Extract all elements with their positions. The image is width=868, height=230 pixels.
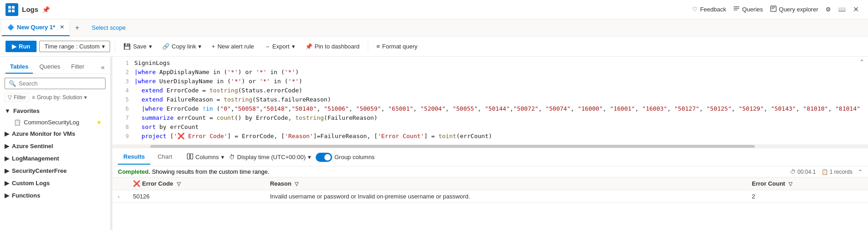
sidebar-tab-tables[interactable]: Tables [5,60,33,74]
error-count-filter-icon[interactable]: ▽ [789,181,792,187]
line-number-5: 5 [118,96,129,103]
row-reason: Invalid username or password or Invalid … [265,190,746,203]
log-management-header[interactable]: ▶ LogManagement [5,152,106,165]
error-code-filter-icon[interactable]: ▽ [177,181,180,187]
docs-button[interactable]: 📖 [838,6,846,13]
results-tab-options: Columns ▾ ⏱ Display time (UTC+00:00) ▾ G… [187,153,375,162]
query-explorer-button[interactable]: Query explorer [770,5,818,13]
time-range-button[interactable]: Time range : Custom ▾ [39,41,110,52]
sidebar-filter-row: ▽ Filter ≡ Group by: Solution ▾ [0,93,110,105]
svg-rect-2 [8,10,11,12]
toggle-switch[interactable] [316,153,332,162]
expand-col-header [112,177,127,190]
svg-rect-6 [734,10,737,11]
tab-close-icon[interactable]: ✕ [60,24,64,30]
group-icon: ≡ [32,94,35,101]
results-tab-chart[interactable]: Chart [152,150,178,165]
line-content-5: extend FailureReason = tostring(Status.f… [134,96,331,103]
display-time-option[interactable]: ⏱ Display time (UTC+00:00) ▾ [229,154,311,160]
sidebar-item-commonsecuritylog[interactable]: 📋 CommonSecurityLog ★ [5,117,106,128]
expand-results-icon[interactable]: ⌃ [858,169,863,175]
svg-rect-3 [12,10,15,12]
close-window-icon[interactable]: ✕ [853,5,859,14]
section-azure-sentinel: ▶ Azure Sentinel [0,140,110,152]
group-by-button[interactable]: ≡ Group by: Solution ▾ [32,94,87,101]
row-expand-cell[interactable]: › [112,190,127,203]
results-tab-results[interactable]: Results [118,150,150,165]
display-time-chevron-icon: ▾ [308,154,311,160]
clock-icon: ⏱ [229,154,235,160]
code-line-1: 1 SigninLogs [112,59,868,69]
reason-filter-icon[interactable]: ▽ [295,181,298,187]
search-icon: 🔍 [9,80,16,87]
custom-logs-header[interactable]: ▶ Custom Logs [5,177,106,189]
tab-new-query-1[interactable]: 🔷 New Query 1* ✕ [2,20,70,36]
select-scope-button[interactable]: Select scope [92,24,126,31]
new-alert-button[interactable]: + New alert rule [208,41,258,52]
azure-sentinel-header[interactable]: ▶ Azure Sentinel [5,140,106,152]
run-button[interactable]: ▶ Run [5,41,37,52]
results-status-bar: Completed. Showing results from the cust… [112,166,868,177]
toggle-thumb [324,154,331,160]
security-center-header[interactable]: ▶ SecurityCenterFree [5,165,106,177]
alert-icon: + [212,43,215,50]
section-functions: ▶ Functions [0,189,110,202]
filter-button[interactable]: ▽ Filter [5,93,29,102]
sidebar-tab-queries[interactable]: Queries [35,60,65,74]
format-query-button[interactable]: ≡ Format query [373,41,421,52]
code-editor[interactable]: 1 SigninLogs 2 |where AppDisplayName in … [112,57,868,148]
row-expand-icon[interactable]: › [118,194,119,199]
gear-icon: ⚙ [826,6,831,13]
save-button[interactable]: 💾 Save ▾ [120,41,156,52]
feedback-button[interactable]: ♡ Feedback [692,6,726,13]
collapse-sidebar-icon[interactable]: « [101,64,105,71]
sentinel-chevron-icon: ▶ [5,143,9,150]
row-error-code: 50126 [127,190,265,203]
svg-rect-8 [772,7,775,8]
code-line-5: 5 extend FailureReason = tostring(Status… [112,96,868,105]
sidebar: Tables Queries Filter « 🔍 ▽ Filter ≡ Gro… [0,57,111,230]
sidebar-tab-filter[interactable]: Filter [67,60,89,74]
functions-header[interactable]: ▶ Functions [5,189,106,202]
svg-rect-4 [734,6,739,7]
toolbar: ▶ Run Time range : Custom ▾ 💾 Save ▾ 🔗 C… [0,37,868,57]
pin-dashboard-icon: 📌 [305,43,312,50]
record-count-label: 📋 1 records [821,169,852,175]
pin-dashboard-button[interactable]: 📌 Pin to dashboard [302,41,363,52]
line-number-3: 3 [118,78,129,85]
table-row: › 50126 Invalid username or password or … [112,190,868,203]
columns-icon [187,153,193,161]
group-columns-toggle[interactable]: Group columns [316,153,375,162]
columns-chevron-icon: ▾ [221,154,224,160]
copy-link-button[interactable]: 🔗 Copy link ▾ [159,41,205,52]
export-chevron-icon: ▾ [292,43,295,50]
settings-button[interactable]: ⚙ [826,6,831,13]
table-small-icon: 📋 [821,169,828,175]
code-line-4: 4 extend ErrorCode = tostring(Status.err… [112,87,868,96]
line-content-4: extend ErrorCode = tostring(Status.error… [134,87,302,94]
pin-icon[interactable]: 📌 [42,6,50,13]
export-button[interactable]: → Export ▾ [260,41,299,52]
custom-logs-chevron-icon: ▶ [5,180,9,187]
queries-button[interactable]: Queries [733,5,763,13]
select-scope-area: Select scope [92,24,126,31]
code-lines: 1 SigninLogs 2 |where AppDisplayName in … [112,57,868,144]
separator-1 [115,41,115,52]
code-line-6: 6 |where ErrorCode !in ("0","50058","501… [112,105,868,114]
status-right: ⏱ 00:04.1 📋 1 records ⌃ [790,169,863,175]
table-icon: 📋 [14,119,21,126]
favorites-header[interactable]: ▼ Favorites [5,105,106,117]
status-text: Completed. Showing results from the cust… [118,168,270,175]
collapse-editor-button[interactable]: ⌃ [859,59,864,65]
star-icon: ★ [96,119,102,126]
content-area: 1 SigninLogs 2 |where AppDisplayName in … [112,57,868,230]
error-icon-header: ❌ [133,180,140,187]
new-tab-button[interactable]: + [70,21,85,35]
chevron-down-icon: ▾ [102,43,105,50]
editor-scrollbar[interactable] [112,144,868,148]
top-actions: ♡ Feedback Queries Query explore [692,5,863,14]
book-icon: 📖 [838,6,846,13]
columns-option[interactable]: Columns ▾ [187,153,224,161]
azure-monitor-vms-header[interactable]: ▶ Azure Monitor for VMs [5,128,106,140]
search-input[interactable] [19,80,101,87]
